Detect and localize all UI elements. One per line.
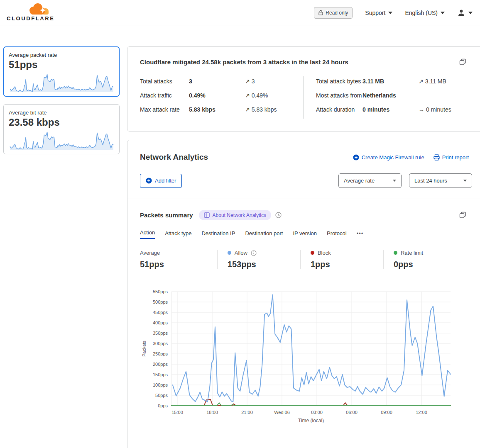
stat-row-total-attack-bytes: Total attack bytes 3.11 MB ↗3.11 MB bbox=[316, 76, 466, 86]
language-label: English (US) bbox=[405, 10, 438, 16]
print-report-link[interactable]: Print report bbox=[433, 154, 469, 161]
rate-limit-dot bbox=[394, 251, 397, 255]
svg-text:500pps: 500pps bbox=[153, 299, 168, 304]
svg-text:400pps: 400pps bbox=[153, 320, 168, 325]
metric-value: 23.58 kbps bbox=[9, 117, 114, 128]
allow-dot bbox=[228, 251, 231, 255]
network-analytics-panel: Network Analytics Create Magic Firewall … bbox=[127, 140, 480, 448]
printer-icon bbox=[433, 154, 440, 161]
stat-card-rate-limit: Rate limit 0pps bbox=[383, 250, 466, 269]
packet-rate-sparkline bbox=[9, 71, 114, 94]
trend-up-icon: ↗ bbox=[419, 78, 424, 85]
lock-icon bbox=[318, 10, 323, 15]
create-magic-firewall-rule-link[interactable]: Create Magic Firewall rule bbox=[353, 154, 424, 161]
svg-text:18:00: 18:00 bbox=[206, 410, 218, 415]
account-menu[interactable] bbox=[457, 9, 473, 17]
tab-destination-ip[interactable]: Destination IP bbox=[201, 230, 235, 239]
attack-stats-right: Total attack bytes 3.11 MB ↗3.11 MB Most… bbox=[303, 76, 466, 119]
tab-action[interactable]: Action bbox=[140, 229, 155, 239]
bit-rate-sparkline bbox=[9, 129, 114, 151]
svg-text:450pps: 450pps bbox=[153, 310, 168, 315]
book-icon bbox=[204, 212, 210, 218]
chevron-down-icon bbox=[388, 12, 392, 14]
packets-tabs: Action Attack type Destination IP Destin… bbox=[140, 229, 466, 239]
packets-summary-title: Packets summary bbox=[140, 212, 193, 219]
top-header: CLOUDFLARE Read only Support English (US… bbox=[0, 0, 480, 25]
svg-text:15:00: 15:00 bbox=[171, 410, 183, 415]
svg-text:200pps: 200pps bbox=[153, 362, 168, 367]
svg-text:150pps: 150pps bbox=[153, 372, 168, 377]
time-range-select[interactable]: Last 24 hours bbox=[409, 173, 472, 188]
svg-text:Time (local): Time (local) bbox=[298, 418, 324, 423]
logo-wordmark: CLOUDFLARE bbox=[7, 15, 55, 22]
network-analytics-title: Network Analytics bbox=[140, 153, 353, 162]
svg-text:550pps: 550pps bbox=[153, 289, 168, 294]
tab-protocol[interactable]: Protocol bbox=[327, 230, 347, 239]
info-icon[interactable] bbox=[251, 250, 257, 256]
chevron-down-icon bbox=[441, 12, 445, 14]
metric-card-packet-rate[interactable]: Average packet rate 51pps bbox=[3, 46, 120, 97]
svg-text:12:00: 12:00 bbox=[416, 410, 427, 415]
mitigation-summary-title: Cloudflare mitigated 24.58k packets from… bbox=[140, 58, 459, 66]
cloudflare-cloud-icon bbox=[27, 2, 51, 16]
trend-up-icon: ↗ bbox=[245, 106, 250, 113]
metric-label: Average packet rate bbox=[9, 52, 114, 58]
packets-stat-cards: Average 51pps Allow 153pps bbox=[140, 250, 466, 269]
plus-circle-icon bbox=[353, 154, 359, 161]
stat-row-total-attacks: Total attacks 3 ↗3 bbox=[140, 76, 303, 86]
packets-chart[interactable]: 0pps50pps100pps150pps200pps250pps300pps3… bbox=[140, 288, 455, 423]
support-menu[interactable]: Support bbox=[365, 10, 392, 16]
user-icon bbox=[457, 9, 465, 17]
stat-card-block: Block 1pps bbox=[300, 250, 383, 269]
plus-circle-icon bbox=[146, 178, 152, 184]
stat-card-allow: Allow 153pps bbox=[217, 250, 300, 269]
stat-row-most-attacks-from: Most attacks from Netherlands bbox=[316, 90, 466, 100]
stat-row-attack-traffic: Attack traffic 0.49% ↗0.49% bbox=[140, 90, 303, 100]
stat-row-attack-duration: Attack duration 0 minutes →0 minutes bbox=[316, 105, 466, 114]
svg-text:0pps: 0pps bbox=[158, 403, 168, 408]
svg-text:21:00: 21:00 bbox=[241, 410, 253, 415]
stat-card-average: Average 51pps bbox=[140, 250, 217, 269]
mitigation-summary-card: Cloudflare mitigated 24.58k packets from… bbox=[127, 46, 480, 131]
svg-text:09:00: 09:00 bbox=[381, 410, 392, 415]
block-dot bbox=[311, 251, 314, 255]
read-only-label: Read only bbox=[326, 10, 348, 16]
tabs-more-icon[interactable]: ••• bbox=[357, 230, 364, 239]
copy-icon[interactable] bbox=[459, 212, 466, 219]
metric-label: Average bit rate bbox=[9, 110, 114, 116]
about-network-analytics-badge[interactable]: About Network Analytics bbox=[199, 210, 271, 220]
metric-sidebar: Average packet rate 51pps Average bit ra… bbox=[3, 46, 120, 162]
attack-stats-grid: Total attacks 3 ↗3 Attack traffic 0.49% … bbox=[140, 76, 466, 119]
svg-text:350pps: 350pps bbox=[153, 331, 168, 336]
svg-text:250pps: 250pps bbox=[153, 351, 168, 356]
metric-card-bit-rate[interactable]: Average bit rate 23.58 kbps bbox=[3, 104, 120, 154]
trend-up-icon: ↗ bbox=[245, 78, 250, 85]
tab-ip-version[interactable]: IP version bbox=[293, 230, 317, 239]
stat-row-max-attack-rate: Max attack rate 5.83 kbps ↗5.83 kbps bbox=[140, 105, 303, 114]
svg-text:50pps: 50pps bbox=[155, 393, 168, 398]
cloudflare-logo[interactable]: CLOUDFLARE bbox=[7, 2, 65, 23]
svg-text:300pps: 300pps bbox=[153, 341, 168, 346]
attack-stats-left: Total attacks 3 ↗3 Attack traffic 0.49% … bbox=[140, 76, 303, 119]
metric-value: 51pps bbox=[9, 59, 114, 71]
svg-text:06:00: 06:00 bbox=[346, 410, 358, 415]
chevron-down-icon bbox=[468, 12, 473, 14]
read-only-badge: Read only bbox=[314, 7, 353, 19]
packets-summary-section: Packets summary About Network Analytics bbox=[127, 199, 480, 424]
support-label: Support bbox=[365, 10, 385, 16]
svg-text:Packets: Packets bbox=[142, 340, 147, 357]
trend-up-icon: ↗ bbox=[245, 92, 250, 99]
tab-attack-type[interactable]: Attack type bbox=[165, 230, 191, 239]
copy-icon[interactable] bbox=[459, 58, 466, 66]
tab-destination-port[interactable]: Destination port bbox=[245, 230, 283, 239]
svg-text:03:00: 03:00 bbox=[311, 410, 323, 415]
chevron-down-icon bbox=[463, 180, 467, 182]
metric-select[interactable]: Average rate bbox=[338, 173, 402, 188]
language-menu[interactable]: English (US) bbox=[405, 10, 445, 16]
trend-flat-icon: → bbox=[419, 106, 424, 113]
svg-text:Wed 06: Wed 06 bbox=[274, 410, 290, 415]
chevron-down-icon bbox=[393, 180, 396, 182]
history-clock-icon[interactable] bbox=[275, 212, 282, 218]
svg-text:100pps: 100pps bbox=[153, 382, 168, 387]
add-filter-button[interactable]: Add filter bbox=[140, 174, 182, 188]
